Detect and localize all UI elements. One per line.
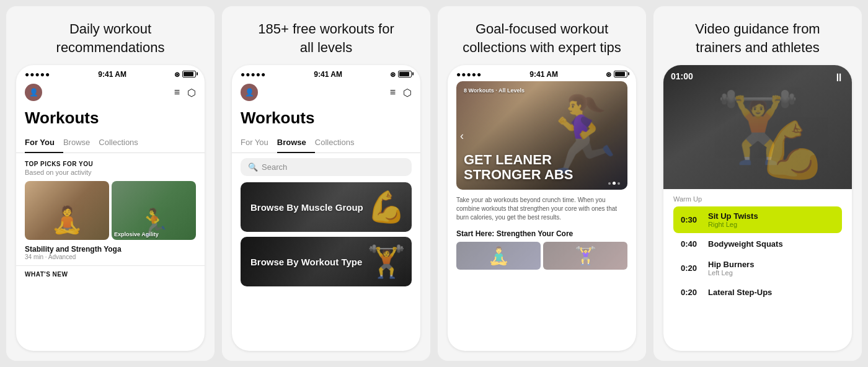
exercise-row-squats[interactable]: 0:40 Bodyweight Squats — [673, 234, 842, 254]
battery-icon — [182, 71, 196, 79]
back-arrow[interactable]: ‹ — [460, 129, 464, 142]
card-4-title: Video guidance from trainers and athlete… — [653, 6, 862, 65]
dot-1 — [608, 182, 611, 185]
exercise-info-1: Sit Up Twists Right Leg — [703, 211, 835, 228]
app-container: Daily workout recommendations ●●●●● 9:41… — [6, 6, 862, 361]
hero-title: GET LEANER STRONGER ABS — [464, 153, 573, 182]
core-img-2[interactable]: 🏋️‍♀️ — [543, 242, 627, 270]
search-bar[interactable]: 🔍 Search — [241, 158, 412, 176]
list-icon[interactable]: ≡ — [174, 87, 180, 98]
browse-tile-muscle-label: Browse By Muscle Group — [250, 202, 363, 213]
status-icons-2: ⊛ — [390, 71, 412, 79]
wifi-icon-3: ⊛ — [606, 71, 611, 79]
dot-2 — [613, 182, 616, 185]
app-header-2: 👤 ≡ ⬡ — [232, 81, 420, 106]
core-img-1[interactable]: 🧘‍♂️ — [456, 242, 541, 270]
exercise-info-4: Lateral Step-Ups — [703, 288, 835, 297]
avatar-1: 👤 — [25, 84, 42, 101]
section-label-1: TOP PICKS FOR YOU — [16, 153, 205, 169]
card-2-title: 185+ free workouts for all levels — [222, 6, 430, 65]
collection-description: Take your ab workouts beyond crunch time… — [448, 190, 636, 226]
workout-name-1: Stability and Strength Yoga — [25, 245, 196, 254]
exercise-info-2: Bodyweight Squats — [703, 239, 835, 249]
video-thumbnail[interactable]: 🏋️ 💪 01:00 ⏸ — [663, 65, 852, 189]
battery-icon-2 — [398, 71, 412, 79]
wifi-icon: ⊛ — [174, 71, 180, 79]
bag-icon[interactable]: ⬡ — [187, 87, 196, 99]
exercise-time-3: 0:20 — [681, 263, 703, 273]
status-icons-1: ⊛ — [174, 71, 196, 79]
header-icons-2: ≡ ⬡ — [390, 87, 412, 99]
exercise-row-lateral[interactable]: 0:20 Lateral Step-Ups — [673, 283, 842, 302]
tab-collections-1[interactable]: Collections — [99, 134, 147, 153]
video-timer: 01:00 — [671, 71, 693, 81]
browse-tile-workout-type[interactable]: Browse By Workout Type 🏋️ — [241, 237, 412, 286]
workout-type-figure: 🏋️ — [367, 237, 405, 286]
pause-icon[interactable]: ⏸ — [833, 71, 844, 84]
exercise-name-4: Lateral Step-Ups — [708, 288, 835, 297]
exercise-row-sit-up[interactable]: 0:30 Sit Up Twists Right Leg — [673, 206, 842, 233]
card-browse: 185+ free workouts for all levels ●●●●● … — [222, 6, 430, 361]
app-header-1: 👤 ≡ ⬡ — [16, 81, 205, 106]
collection-hero: 🏃‍♀️ ‹ 8 Workouts · All Levels GET LEANE… — [456, 81, 627, 190]
exercise-name-2: Bodyweight Squats — [708, 239, 835, 249]
time-2: 9:41 AM — [314, 70, 342, 79]
video-frame: 🏋️ 💪 01:00 ⏸ Warm Up 0:30 Sit Up Twists … — [663, 65, 852, 351]
browse-tile-workout-label: Browse By Workout Type — [250, 257, 362, 267]
hero-dots — [608, 182, 620, 185]
status-bar-2: ●●●●● 9:41 AM ⊛ — [232, 65, 420, 81]
workout-img-yoga[interactable]: 🧘 — [25, 181, 109, 240]
workout-img-running[interactable]: 🏃 Explosive Agility — [112, 181, 196, 240]
muscle-figure: 💪 — [367, 182, 405, 232]
status-icons-3: ⊛ — [606, 71, 627, 79]
phone-frame-1: ●●●●● 9:41 AM ⊛ 👤 ≡ ⬡ Workouts — [16, 65, 205, 351]
card-collections: Goal-focused workout collections with ex… — [438, 6, 646, 361]
time-1: 9:41 AM — [98, 70, 126, 79]
signal-dots-3: ●●●●● — [456, 70, 482, 79]
hero-tag: 8 Workouts · All Levels — [464, 87, 525, 94]
running-bg: 🏃 Explosive Agility — [112, 181, 196, 240]
wifi-icon-2: ⊛ — [390, 71, 396, 79]
battery-icon-3 — [614, 71, 627, 79]
card-video: Video guidance from trainers and athlete… — [653, 6, 862, 361]
time-3: 9:41 AM — [529, 70, 558, 79]
exercise-name-1: Sit Up Twists — [708, 211, 835, 221]
card-1-title: Daily workout recommendations — [6, 6, 215, 65]
tab-for-you-1[interactable]: For You — [25, 134, 63, 153]
signal-dots-1: ●●●●● — [25, 70, 50, 79]
card-daily-workout: Daily workout recommendations ●●●●● 9:41… — [6, 6, 215, 361]
workout-info-1: Stability and Strength Yoga 34 min · Adv… — [16, 240, 205, 263]
workouts-title-1: Workouts — [16, 106, 205, 134]
workout-images-1: 🧘 🏃 Explosive Agility — [16, 181, 205, 240]
exercise-time-4: 0:20 — [681, 288, 703, 297]
core-img-2-bg: 🏋️‍♀️ — [543, 242, 627, 270]
search-placeholder: Search — [262, 162, 287, 172]
exercise-time-1: 0:30 — [681, 215, 703, 224]
collection-sub-title: Start Here: Strengthen Your Core — [448, 226, 636, 242]
exercise-row-hip-burners[interactable]: 0:20 Hip Burners Left Leg — [673, 255, 842, 281]
tab-browse-2[interactable]: Browse — [277, 134, 315, 153]
search-icon: 🔍 — [248, 162, 258, 172]
video-content: Warm Up 0:30 Sit Up Twists Right Leg 0:4… — [663, 189, 852, 351]
tabs-2: For You Browse Collections — [232, 134, 420, 153]
core-images: 🧘‍♂️ 🏋️‍♀️ — [448, 242, 636, 270]
status-bar-1: ●●●●● 9:41 AM ⊛ — [16, 65, 205, 81]
section-sub-1: Based on your activity — [16, 169, 205, 181]
phone-frame-3: ●●●●● 9:41 AM ⊛ 🏃‍♀️ ‹ 8 Workouts · All … — [448, 65, 636, 351]
tab-for-you-2[interactable]: For You — [241, 134, 277, 153]
workout-meta-1: 34 min · Advanced — [25, 254, 196, 260]
warm-up-label: Warm Up — [673, 195, 842, 206]
workouts-title-2: Workouts — [232, 106, 420, 134]
exercise-info-3: Hip Burners Left Leg — [703, 260, 835, 276]
tabs-1: For You Browse Collections — [16, 134, 205, 153]
bag-icon-2[interactable]: ⬡ — [403, 87, 412, 99]
tab-collections-2[interactable]: Collections — [315, 134, 363, 153]
tab-browse-1[interactable]: Browse — [63, 134, 99, 153]
avatar-2: 👤 — [241, 84, 258, 101]
signal-dots-2: ●●●●● — [241, 70, 266, 79]
exercise-name-3: Hip Burners — [708, 260, 835, 269]
browse-tile-muscle[interactable]: Browse By Muscle Group 💪 — [241, 182, 412, 232]
running-label: Explosive Agility — [114, 231, 193, 237]
card-3-title: Goal-focused workout collections with ex… — [438, 6, 646, 65]
list-icon-2[interactable]: ≡ — [390, 87, 396, 98]
